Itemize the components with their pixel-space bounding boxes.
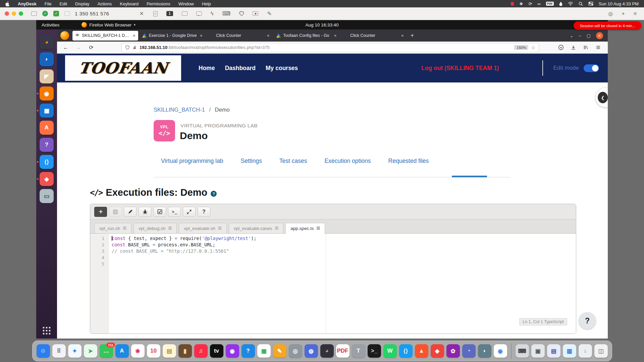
- code-editor[interactable]: 12345 const { test, expect } = require('…: [90, 234, 576, 334]
- reload-button[interactable]: ⟳: [87, 44, 95, 51]
- tab-requested-files[interactable]: Requested files: [388, 158, 429, 165]
- anydesk-menu-icon[interactable]: ≡: [634, 11, 637, 17]
- tab-close-icon[interactable]: ✕: [133, 34, 136, 38]
- tab-virtual-programming-lab[interactable]: Virtual programming lab: [161, 158, 223, 165]
- nav-my-courses[interactable]: My courses: [266, 65, 298, 72]
- apple-icon[interactable]: [5, 1, 10, 6]
- tab-execution-options[interactable]: Execution options: [324, 158, 371, 165]
- file-tab-vpl-evaluate-cases[interactable]: vpl_evaluate.cases ☒: [229, 223, 284, 234]
- wifi-icon[interactable]: [568, 2, 573, 6]
- list-all-tabs-icon[interactable]: ⌄: [570, 33, 574, 38]
- draw-pen-icon[interactable]: ✎: [267, 10, 271, 17]
- macdock-whatsapp[interactable]: W: [383, 344, 397, 358]
- dock-item-files[interactable]: ◤: [40, 69, 54, 83]
- macdock-downloads[interactable]: ↓: [579, 344, 592, 358]
- macdock-homebrew[interactable]: ▮: [178, 344, 192, 358]
- dock-item-firefox[interactable]: ◕: [40, 35, 54, 49]
- anydesk-status-icon[interactable]: ❖: [519, 1, 523, 6]
- session-tab-icon[interactable]: [64, 11, 70, 16]
- bookmark-star-icon[interactable]: ☆: [531, 45, 535, 50]
- new-session-icon[interactable]: [31, 11, 37, 16]
- edit-mode-toggle[interactable]: [584, 64, 599, 72]
- code-line-4[interactable]: [109, 254, 576, 261]
- file-tab-close-icon[interactable]: ☒: [316, 226, 320, 231]
- menubar-menu-display[interactable]: Display: [75, 1, 90, 6]
- macdock-photos[interactable]: ❀: [131, 344, 145, 358]
- record-session-icon[interactable]: [253, 11, 258, 16]
- logout-link[interactable]: Log out (SKILLING TEAM 1): [421, 65, 499, 72]
- capture-icon[interactable]: ◎: [608, 10, 613, 17]
- macdock-launchpad[interactable]: ⠿: [52, 344, 66, 358]
- dock-item-thunderbird[interactable]: ◗: [40, 52, 54, 66]
- macdock-app-store[interactable]: A: [115, 344, 129, 358]
- tab-close-icon[interactable]: ✕: [401, 34, 404, 38]
- dock-item-libreoffice-draw[interactable]: ◆: [40, 172, 54, 186]
- window-minimize-button[interactable]: [12, 11, 16, 16]
- tab-close-icon[interactable]: ✕: [200, 34, 203, 38]
- macdock-tv[interactable]: tv: [210, 344, 223, 358]
- macdock-firefox[interactable]: ◕: [320, 344, 334, 358]
- macdock-pdf-app[interactable]: PDF: [336, 344, 350, 358]
- dock-item-computer[interactable]: ▭: [40, 189, 54, 203]
- file-tab-vpl-evaluate[interactable]: vpl_evaluate.sh ☒: [179, 223, 227, 234]
- session-warning-toast[interactable]: Session will be closed in 4 min...: [574, 21, 641, 30]
- forward-button[interactable]: →: [74, 45, 83, 51]
- add-file-button[interactable]: [94, 207, 107, 217]
- code-line-2[interactable]: const BASE_URL = process.env.BASE_URL;: [109, 242, 576, 248]
- site-logo[interactable]: TOOFAAN: [65, 55, 181, 81]
- menubar-menu-window[interactable]: Window: [178, 1, 194, 6]
- new-tab-button[interactable]: +: [411, 32, 414, 39]
- tab-skilling-batch-1-demo[interactable]: SKILLING_BATCH-1 Demo ✕: [72, 31, 138, 41]
- dock-item-app-center[interactable]: A: [40, 121, 54, 135]
- macdock-help-viewer[interactable]: ?: [241, 344, 255, 358]
- code-line-1[interactable]: const { test, expect } = require('@playw…: [109, 235, 576, 242]
- control-center-icon[interactable]: [588, 2, 593, 6]
- macdock-brave[interactable]: ▲: [415, 344, 428, 358]
- back-button[interactable]: ←: [62, 45, 70, 51]
- downloads-icon[interactable]: [571, 45, 576, 50]
- code-line-3[interactable]: // const BASE_URL = "http://127.0.0.1:55…: [109, 248, 576, 254]
- macdock-terminal[interactable]: >_: [368, 344, 381, 358]
- monitor-1-icon[interactable]: 1: [166, 11, 173, 16]
- macdock-finder[interactable]: ☺: [37, 344, 50, 358]
- menubar-menu-file[interactable]: File: [45, 1, 52, 6]
- dock-item-vscode[interactable]: ⟨⟩: [40, 155, 54, 169]
- dock-item-rhythmbox[interactable]: ◉: [40, 86, 54, 101]
- ink-drop-icon[interactable]: [559, 2, 562, 6]
- macdock-sheets-stack[interactable]: ▥: [563, 344, 576, 358]
- menubar-menu-actions[interactable]: Actions: [98, 1, 112, 6]
- address-bar[interactable]: 192.168.51.10 :88/toofaan/mod/vpl/forms/…: [121, 43, 539, 52]
- file-tab-vpl-run[interactable]: vpl_run.sh ☒: [94, 223, 131, 234]
- chat-icon[interactable]: [196, 11, 202, 16]
- dock-item-libreoffice-impress[interactable]: ▦: [40, 104, 54, 118]
- macdock-calendar[interactable]: 10: [147, 344, 160, 358]
- firefox-minimize-button[interactable]: –: [579, 33, 581, 38]
- gnome-clock[interactable]: Aug 10 16:33:40: [305, 22, 338, 27]
- macdock-vscode[interactable]: ⟨⟩: [399, 344, 413, 358]
- code-lines[interactable]: const { test, expect } = require('@playw…: [109, 235, 576, 267]
- library-icon[interactable]: [583, 45, 589, 50]
- firefox-logo-icon[interactable]: [60, 31, 69, 40]
- fullscreen-button[interactable]: [183, 207, 196, 217]
- macdock-siri[interactable]: ◍: [305, 344, 318, 358]
- file-tab-close-icon[interactable]: ☒: [168, 226, 172, 231]
- nav-home[interactable]: Home: [199, 65, 215, 72]
- menubar-menu-keyboard[interactable]: Keyboard: [120, 1, 139, 6]
- window-zoom-button[interactable]: [19, 11, 23, 16]
- tab-close-icon[interactable]: ✕: [334, 34, 337, 38]
- macdock-safari[interactable]: ✦: [68, 344, 82, 358]
- macdock-anydesk[interactable]: ◆: [431, 344, 444, 358]
- activities-button[interactable]: Activities: [42, 22, 59, 27]
- tracking-shield-icon[interactable]: [125, 45, 130, 50]
- save-button[interactable]: [109, 207, 122, 217]
- pocket-icon[interactable]: [558, 45, 564, 50]
- console-button[interactable]: >_: [168, 207, 181, 217]
- menubar-app-name[interactable]: AnyDesk: [18, 1, 37, 6]
- tab-click-counter-1[interactable]: Click Counter ✕: [207, 31, 272, 41]
- macdock-mission-control[interactable]: ▣: [531, 344, 545, 358]
- help-tooltip-icon[interactable]: ?: [211, 191, 217, 197]
- pdf-menubar-icon[interactable]: PDF: [546, 2, 554, 6]
- nav-dashboard[interactable]: Dashboard: [225, 65, 256, 72]
- app-menu[interactable]: Firefox Web Browser ▾: [82, 22, 135, 27]
- macdock-keyboard-viewer[interactable]: ⌨: [516, 344, 529, 358]
